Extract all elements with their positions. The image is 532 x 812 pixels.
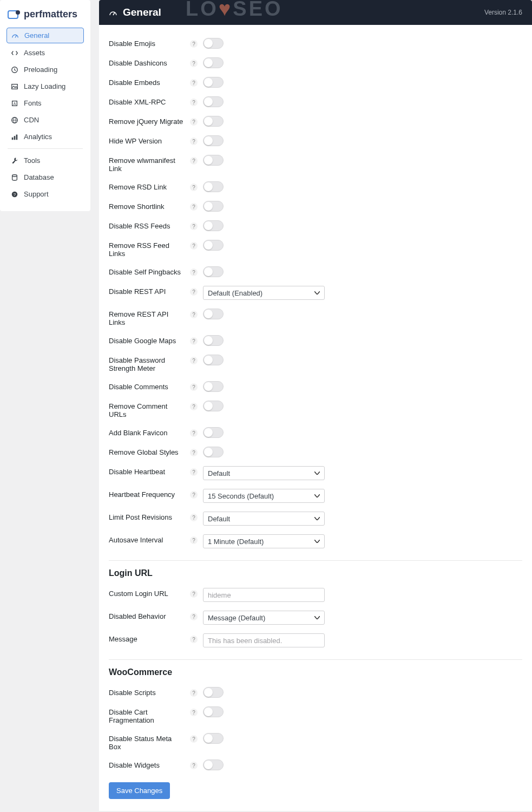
help-icon[interactable]: ?: [190, 735, 198, 743]
toggle-switch[interactable]: [203, 427, 224, 438]
toggle-switch[interactable]: [203, 38, 224, 49]
toggle-switch[interactable]: [203, 447, 224, 457]
setting-label: Disable RSS Feeds: [109, 220, 190, 230]
svg-point-13: [12, 174, 17, 176]
db-icon: [11, 174, 18, 181]
sidebar-item-label: CDN: [24, 116, 39, 124]
perfmatters-logo-icon: [8, 9, 21, 20]
setting-row: Remove wlwmanifest Link?: [109, 150, 522, 177]
help-icon[interactable]: ?: [190, 689, 198, 697]
setting-row: Custom Login URL?: [109, 584, 522, 606]
help-icon[interactable]: ?: [190, 357, 198, 364]
sidebar-item-fonts[interactable]: AFonts: [6, 96, 84, 110]
text-input[interactable]: [203, 588, 325, 602]
toggle-switch[interactable]: [203, 706, 224, 717]
toggle-switch[interactable]: [203, 240, 224, 251]
help-icon[interactable]: ?: [190, 383, 198, 391]
toggle-switch[interactable]: [203, 355, 224, 365]
sidebar-item-database[interactable]: Database: [6, 170, 84, 185]
setting-label: Remove jQuery Migrate: [109, 116, 190, 126]
toggle-switch[interactable]: [203, 57, 224, 68]
setting-label: Remove RSD Link: [109, 181, 190, 191]
help-icon[interactable]: ?: [190, 60, 198, 67]
help-icon[interactable]: ?: [190, 590, 198, 598]
select-dropdown[interactable]: Default (Enabled): [203, 286, 325, 300]
setting-label: Heartbeat Frequency: [109, 489, 190, 499]
toggle-switch[interactable]: [203, 135, 224, 146]
help-icon[interactable]: ?: [190, 337, 198, 345]
help-icon[interactable]: ?: [190, 613, 198, 620]
sidebar-item-tools[interactable]: Tools: [6, 153, 84, 168]
toggle-switch[interactable]: [203, 96, 224, 107]
setting-row: Remove Comment URLs?: [109, 396, 522, 423]
help-icon[interactable]: ?: [190, 222, 198, 230]
sidebar-item-preloading[interactable]: Preloading: [6, 62, 84, 77]
toggle-switch[interactable]: [203, 759, 224, 770]
sidebar-item-lazy-loading[interactable]: Lazy Loading: [6, 79, 84, 94]
help-icon[interactable]: ?: [190, 288, 198, 296]
select-dropdown[interactable]: 15 Seconds (Default): [203, 489, 325, 503]
toggle-switch[interactable]: [203, 687, 224, 698]
setting-row: Disable Cart Fragmentation?: [109, 702, 522, 729]
sidebar-item-support[interactable]: ?Support: [6, 187, 84, 201]
help-icon[interactable]: ?: [190, 491, 198, 499]
help-icon[interactable]: ?: [190, 514, 198, 521]
sidebar-item-analytics[interactable]: Analytics: [6, 129, 84, 144]
sidebar-item-assets[interactable]: Assets: [6, 45, 84, 60]
sidebar-item-label: Database: [24, 173, 54, 181]
select-dropdown[interactable]: 1 Minute (Default): [203, 534, 325, 548]
select-dropdown[interactable]: Message (Default): [203, 611, 325, 625]
help-icon[interactable]: ?: [190, 242, 198, 250]
help-icon[interactable]: ?: [190, 118, 198, 126]
setting-label: Custom Login URL: [109, 588, 190, 598]
setting-label: Limit Post Revisions: [109, 512, 190, 521]
help-icon[interactable]: ?: [190, 311, 198, 318]
setting-label: Disable Scripts: [109, 687, 190, 697]
toggle-switch[interactable]: [203, 181, 224, 192]
help-icon[interactable]: ?: [190, 184, 198, 191]
toggle-switch[interactable]: [203, 381, 224, 392]
setting-row: Disable Emojis?: [109, 34, 522, 53]
help-icon[interactable]: ?: [190, 203, 198, 211]
help-icon[interactable]: ?: [190, 157, 198, 165]
page-header: General Version 2.1.6 LO♥SEO: [99, 0, 532, 25]
toggle-switch[interactable]: [203, 266, 224, 277]
setting-row: Disable Google Maps?: [109, 331, 522, 350]
text-input[interactable]: [203, 633, 325, 647]
sidebar-divider: [8, 148, 83, 149]
toggle-switch[interactable]: [203, 220, 224, 231]
toggle-switch[interactable]: [203, 335, 224, 346]
wrench-icon: [11, 157, 18, 165]
setting-label: Message: [109, 633, 190, 643]
save-button[interactable]: Save Changes: [109, 782, 170, 799]
sidebar-item-general[interactable]: General: [6, 28, 84, 43]
toggle-switch[interactable]: [203, 309, 224, 319]
help-icon[interactable]: ?: [190, 709, 198, 716]
main-panel: General Version 2.1.6 LO♥SEO Disable Emo…: [90, 0, 532, 812]
help-icon[interactable]: ?: [190, 40, 198, 48]
help-icon[interactable]: ?: [190, 137, 198, 145]
select-dropdown[interactable]: Default: [203, 512, 325, 526]
toggle-switch[interactable]: [203, 201, 224, 212]
select-dropdown[interactable]: Default: [203, 466, 325, 480]
toggle-switch[interactable]: [203, 77, 224, 88]
toggle-switch[interactable]: [203, 733, 224, 744]
setting-label: Disable Embeds: [109, 77, 190, 87]
help-icon[interactable]: ?: [190, 99, 198, 106]
setting-row: Remove RSD Link?: [109, 177, 522, 197]
toggle-switch[interactable]: [203, 116, 224, 127]
help-icon[interactable]: ?: [190, 536, 198, 544]
help-icon[interactable]: ?: [190, 429, 198, 437]
help-icon[interactable]: ?: [190, 403, 198, 410]
help-icon[interactable]: ?: [190, 449, 198, 456]
toggle-switch[interactable]: [203, 401, 224, 411]
setting-label: Disable REST API: [109, 286, 190, 296]
sidebar-item-cdn[interactable]: CDN: [6, 113, 84, 127]
help-icon[interactable]: ?: [190, 762, 198, 769]
setting-row: Disable Heartbeat?Default: [109, 462, 522, 484]
help-icon[interactable]: ?: [190, 636, 198, 643]
help-icon[interactable]: ?: [190, 468, 198, 476]
toggle-switch[interactable]: [203, 155, 224, 166]
help-icon[interactable]: ?: [190, 269, 198, 276]
help-icon[interactable]: ?: [190, 79, 198, 87]
